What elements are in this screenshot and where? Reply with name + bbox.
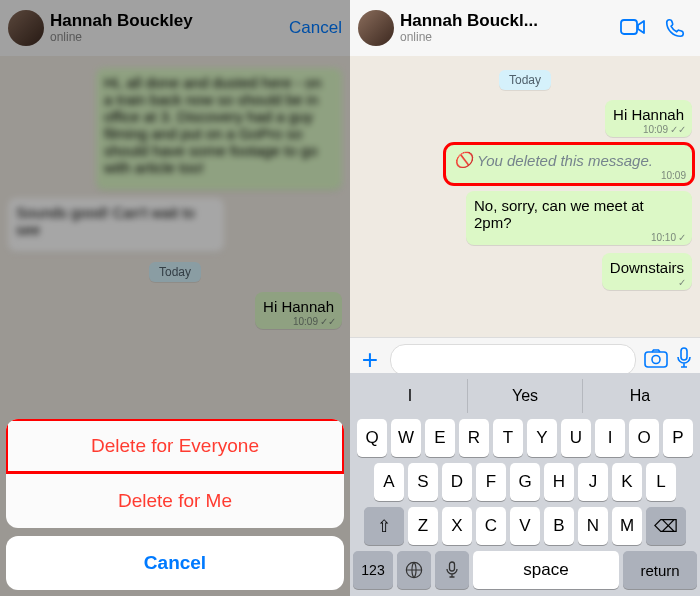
svg-rect-1: [645, 352, 667, 367]
key-s[interactable]: S: [408, 463, 438, 501]
numbers-key[interactable]: 123: [353, 551, 393, 589]
contact-status: online: [400, 31, 620, 44]
key-z[interactable]: Z: [408, 507, 438, 545]
key-k[interactable]: K: [612, 463, 642, 501]
message-time: 10:09: [661, 170, 686, 181]
attach-icon[interactable]: +: [358, 344, 382, 376]
message-outgoing[interactable]: No, sorry, can we meet at 2pm? 10:10✓: [466, 191, 692, 245]
prohibited-icon: 🚫: [454, 151, 473, 169]
svg-rect-3: [681, 348, 687, 360]
globe-key[interactable]: [397, 551, 431, 589]
day-separator: Today: [499, 70, 551, 90]
action-sheet-cancel-button[interactable]: Cancel: [6, 536, 344, 590]
key-y[interactable]: Y: [527, 419, 557, 457]
message-outgoing[interactable]: Downstairs ✓: [602, 253, 692, 290]
key-v[interactable]: V: [510, 507, 540, 545]
read-receipt-icon: ✓✓: [670, 124, 686, 135]
key-i[interactable]: I: [595, 419, 625, 457]
key-o[interactable]: O: [629, 419, 659, 457]
space-key[interactable]: space: [473, 551, 619, 589]
message-outgoing[interactable]: Hi Hannah 10:09✓✓: [605, 100, 692, 137]
key-f[interactable]: F: [476, 463, 506, 501]
screenshot-right: Hannah Bouckl... online Today Hi Hannah …: [350, 0, 700, 596]
key-b[interactable]: B: [544, 507, 574, 545]
delete-for-me-button[interactable]: Delete for Me: [6, 473, 344, 528]
key-a[interactable]: A: [374, 463, 404, 501]
message-text: Downstairs: [610, 259, 684, 276]
suggestion[interactable]: Ha: [583, 379, 697, 413]
svg-rect-5: [450, 562, 455, 571]
key-w[interactable]: W: [391, 419, 421, 457]
key-n[interactable]: N: [578, 507, 608, 545]
chat-scroll[interactable]: Today Hi Hannah 10:09✓✓ 🚫 You deleted th…: [350, 56, 700, 338]
sent-icon: ✓: [678, 232, 686, 243]
key-r[interactable]: R: [459, 419, 489, 457]
key-p[interactable]: P: [663, 419, 693, 457]
message-text: You deleted this message.: [477, 152, 653, 169]
key-t[interactable]: T: [493, 419, 523, 457]
screenshot-left: Hannah Bouckley online Cancel Hi, all do…: [0, 0, 350, 596]
avatar[interactable]: [358, 10, 394, 46]
shift-key[interactable]: ⇧: [364, 507, 404, 545]
key-q[interactable]: Q: [357, 419, 387, 457]
action-sheet: Delete for Everyone Delete for Me Cancel: [6, 419, 344, 590]
key-c[interactable]: C: [476, 507, 506, 545]
key-x[interactable]: X: [442, 507, 472, 545]
key-d[interactable]: D: [442, 463, 472, 501]
message-text: No, sorry, can we meet at 2pm?: [474, 197, 644, 231]
suggestion-bar: I Yes Ha: [353, 379, 697, 413]
message-text: Hi Hannah: [613, 106, 684, 123]
return-key[interactable]: return: [623, 551, 697, 589]
message-input[interactable]: [390, 344, 636, 376]
message-time: 10:10: [651, 232, 676, 243]
key-g[interactable]: G: [510, 463, 540, 501]
key-u[interactable]: U: [561, 419, 591, 457]
svg-point-2: [652, 356, 660, 364]
chat-header: Hannah Bouckl... online: [350, 0, 700, 57]
svg-rect-0: [621, 20, 637, 34]
video-call-icon[interactable]: [620, 17, 646, 39]
voice-call-icon[interactable]: [664, 17, 686, 39]
contact-name[interactable]: Hannah Bouckl...: [400, 12, 620, 31]
backspace-key[interactable]: ⌫: [646, 507, 686, 545]
key-e[interactable]: E: [425, 419, 455, 457]
key-h[interactable]: H: [544, 463, 574, 501]
keyboard: I Yes Ha Q W E R T Y U I O P A S D: [350, 373, 700, 596]
suggestion[interactable]: I: [353, 379, 468, 413]
microphone-icon[interactable]: [676, 347, 692, 373]
camera-icon[interactable]: [644, 348, 668, 372]
suggestion[interactable]: Yes: [468, 379, 583, 413]
key-m[interactable]: M: [612, 507, 642, 545]
message-time: 10:09: [643, 124, 668, 135]
delete-for-everyone-button[interactable]: Delete for Everyone: [6, 419, 344, 473]
deleted-message[interactable]: 🚫 You deleted this message. 10:09: [446, 145, 692, 183]
dictation-key[interactable]: [435, 551, 469, 589]
sent-icon: ✓: [678, 277, 686, 288]
key-l[interactable]: L: [646, 463, 676, 501]
key-j[interactable]: J: [578, 463, 608, 501]
